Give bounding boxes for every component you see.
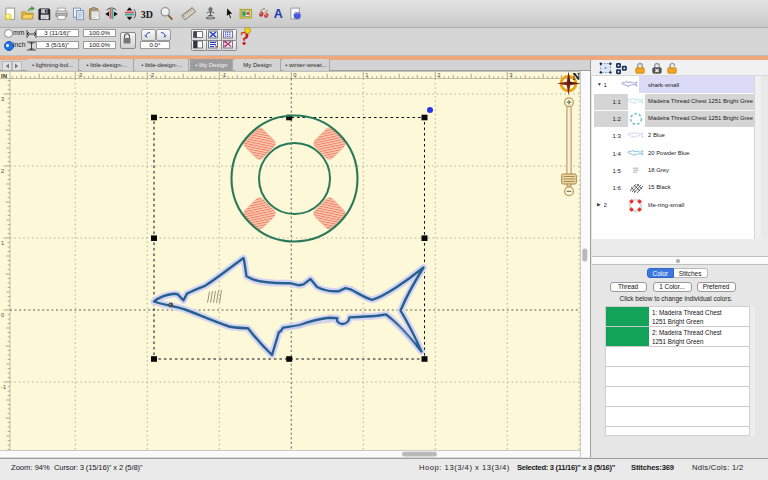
- svg-text:1: 1: [1, 240, 4, 246]
- svg-text:3: 3: [509, 72, 512, 78]
- svg-text:-1: -1: [221, 72, 226, 78]
- svg-text:-3: -3: [77, 72, 82, 78]
- svg-text:IN: IN: [1, 73, 7, 79]
- svg-text:0: 0: [293, 72, 296, 78]
- svg-text:-2: -2: [149, 72, 154, 78]
- svg-text:2: 2: [437, 72, 440, 78]
- svg-text:2: 2: [1, 168, 4, 174]
- svg-text:-1: -1: [1, 384, 6, 390]
- svg-text:3: 3: [1, 96, 4, 102]
- svg-text:N: N: [573, 71, 581, 82]
- svg-text:0: 0: [1, 312, 4, 318]
- svg-text:1: 1: [365, 72, 368, 78]
